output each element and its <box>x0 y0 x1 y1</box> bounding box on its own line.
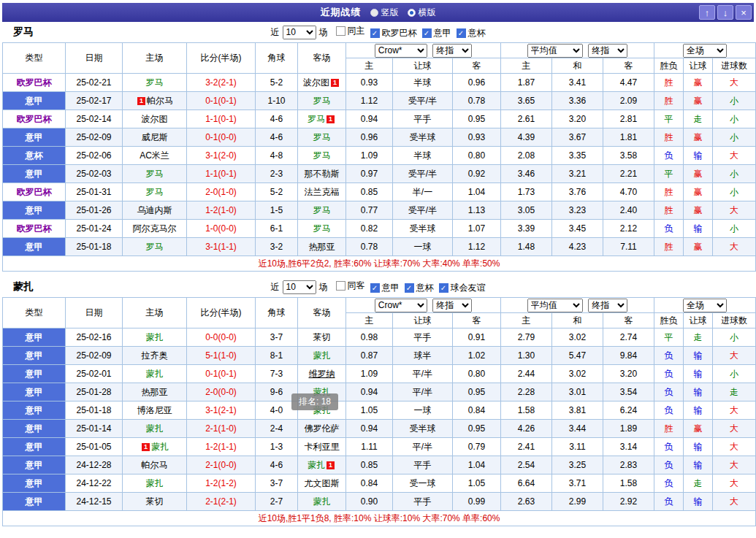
odds-time-select[interactable]: 终指 <box>432 44 472 58</box>
scope-select[interactable]: 全场 <box>683 299 727 312</box>
team-link[interactable]: 阿尔克马尔 <box>133 223 177 234</box>
score-cell: 0-1(0-1) <box>187 365 256 383</box>
average-time-select[interactable]: 终指 <box>588 44 627 58</box>
handicap-result-cell: 赢 <box>684 92 713 110</box>
match-row: 意杯25-02-06AC米兰3-1(2-0)4-8罗马1.09半球0.802.0… <box>3 147 756 165</box>
filter-checkbox[interactable]: ✓球会友谊 <box>439 282 486 294</box>
team-link[interactable]: 罗马 <box>146 242 164 252</box>
radio-vertical-layout[interactable]: 竖版 <box>370 7 399 19</box>
team-link[interactable]: 热那亚 <box>142 387 168 397</box>
filter-checkbox[interactable]: ✓意杯 <box>405 282 434 294</box>
date-cell: 25-02-06 <box>66 147 123 165</box>
close-button[interactable]: × <box>736 5 752 20</box>
column-subheader: 胜负 <box>654 313 684 328</box>
team-link[interactable]: 罗马 <box>313 132 331 142</box>
score-cell: 1-1(0-1) <box>187 165 256 183</box>
checkbox-checked-icon: ✓ <box>370 283 380 293</box>
red-card-badge: 1 <box>327 461 335 469</box>
odds-cell: 2.63 <box>501 493 552 511</box>
team-link[interactable]: 威尼斯 <box>142 132 168 142</box>
match-row: 意甲25-01-26乌迪内斯1-2(1-0)1-5罗马0.77受平/半1.133… <box>3 201 756 220</box>
team-link[interactable]: 蒙扎 <box>146 423 164 434</box>
odds-cell: 1.05 <box>346 401 393 420</box>
team-link[interactable]: 热那亚 <box>309 242 335 252</box>
team-link[interactable]: 维罗纳 <box>309 369 335 379</box>
filter-checkbox[interactable]: ✓欧罗巴杯 <box>370 27 417 39</box>
odds-company-select[interactable]: Crow* <box>375 299 427 312</box>
odds-company-select[interactable]: Crow* <box>375 44 427 58</box>
match-count-select[interactable]: 10 <box>283 26 316 39</box>
radio-horizontal-layout[interactable]: 横版 <box>408 7 436 19</box>
home-team-cell: 博洛尼亚 <box>123 401 187 420</box>
corner-cell: 1-5 <box>256 201 298 220</box>
team-link[interactable]: 罗马 <box>313 96 331 106</box>
odds-cell: 3.76 <box>552 183 603 201</box>
filter-checkbox[interactable]: ✓意甲 <box>370 282 400 294</box>
filter-checkbox[interactable]: 同主 <box>336 25 365 37</box>
odds-cell: 3.02 <box>552 328 603 347</box>
handicap-result-cell: 走 <box>684 110 713 128</box>
competition-cell: 意甲 <box>3 383 66 401</box>
team-link[interactable]: 罗马 <box>313 223 331 234</box>
column-subheader: 客 <box>453 58 501 74</box>
team-link[interactable]: AC米兰 <box>140 150 169 161</box>
team-link[interactable]: 法兰克福 <box>305 187 340 197</box>
team-link[interactable]: 乌迪内斯 <box>137 205 172 215</box>
team-link[interactable]: 蒙扎 <box>151 442 169 452</box>
team-link[interactable]: 卡利亚里 <box>305 442 340 452</box>
team-link[interactable]: 蒙扎 <box>308 460 325 470</box>
odds-cell: 2.92 <box>603 493 654 511</box>
odds-time-select[interactable]: 终指 <box>432 299 472 312</box>
match-row: 欧罗巴杯25-01-31罗马2-0(1-0)5-2法兰克福0.85半/一1.04… <box>3 183 756 201</box>
team-link[interactable]: 尤文图斯 <box>305 478 340 488</box>
column-subheader: 让球 <box>393 58 453 74</box>
team-link[interactable]: 蒙扎 <box>313 350 331 361</box>
odds-cell: 0.96 <box>346 128 393 147</box>
filter-checkbox[interactable]: ✓意甲 <box>422 27 451 39</box>
score-cell: 1-2(1-1) <box>187 438 256 456</box>
team-link[interactable]: 拉齐奥 <box>142 350 168 361</box>
team-section: 罗马 近 10 场 同主✓欧罗巴杯✓意甲✓意杯 类型 日期 主场 比分(半场) … <box>2 22 754 272</box>
team-link[interactable]: 那不勒斯 <box>305 169 340 179</box>
home-team-cell: 1蒙扎 <box>123 438 187 456</box>
odds-cell: 1.02 <box>453 347 501 365</box>
filter-checkbox[interactable]: 同客 <box>336 280 365 292</box>
checkbox-checked-icon: ✓ <box>439 283 448 293</box>
team-link[interactable]: 罗马 <box>308 114 325 124</box>
score-cell: 3-1(2-1) <box>187 401 256 420</box>
team-link[interactable]: 蒙扎 <box>146 369 164 379</box>
average-time-select[interactable]: 终指 <box>588 299 627 312</box>
average-odds-select[interactable]: 平均值 <box>527 44 583 58</box>
team-link[interactable]: 罗马 <box>146 169 164 179</box>
team-link[interactable]: 波尔图 <box>142 114 168 124</box>
team-link[interactable]: 帕尔马 <box>142 460 168 470</box>
average-odds-select[interactable]: 平均值 <box>527 299 583 312</box>
team-link[interactable]: 罗马 <box>146 187 164 197</box>
match-row: 意甲24-12-22蒙扎1-2(1-2)3-7尤文图斯0.84受一球1.056.… <box>3 474 756 493</box>
match-row: 意甲25-02-09拉齐奥5-1(1-0)8-1蒙扎0.87球半1.021.30… <box>3 347 756 365</box>
match-count-select[interactable]: 10 <box>283 280 316 294</box>
score-cell: 0-1(0-0) <box>187 128 256 147</box>
scope-select[interactable]: 全场 <box>683 44 727 58</box>
filter-checkbox[interactable]: ✓意杯 <box>457 27 486 39</box>
radio-horizontal-icon <box>408 9 416 17</box>
odds-cell: 2.09 <box>603 92 654 110</box>
team-link[interactable]: 蒙扎 <box>313 496 331 507</box>
team-link[interactable]: 博洛尼亚 <box>137 405 172 415</box>
team-link[interactable]: 罗马 <box>313 150 331 161</box>
team-link[interactable]: 莱切 <box>313 332 331 342</box>
odds-cell: 0.80 <box>453 365 501 383</box>
team-link[interactable]: 蒙扎 <box>146 478 164 488</box>
team-link[interactable]: 罗马 <box>313 205 331 215</box>
move-down-button[interactable]: ↓ <box>717 5 733 20</box>
team-link[interactable]: 波尔图 <box>303 77 329 88</box>
team-link[interactable]: 佛罗伦萨 <box>305 423 340 434</box>
match-row: 意甲25-02-09威尼斯0-1(0-0)4-6罗马0.96受半球0.934.3… <box>3 128 756 147</box>
team-link[interactable]: 莱切 <box>146 496 164 507</box>
team-link[interactable]: 罗马 <box>146 77 164 88</box>
team-link[interactable]: 蒙扎 <box>146 332 164 342</box>
team-link[interactable]: 帕尔马 <box>147 96 173 106</box>
handicap-result-cell: 输 <box>684 438 713 456</box>
handicap-result-cell: 输 <box>684 401 713 420</box>
move-up-button[interactable]: ↑ <box>699 5 715 20</box>
